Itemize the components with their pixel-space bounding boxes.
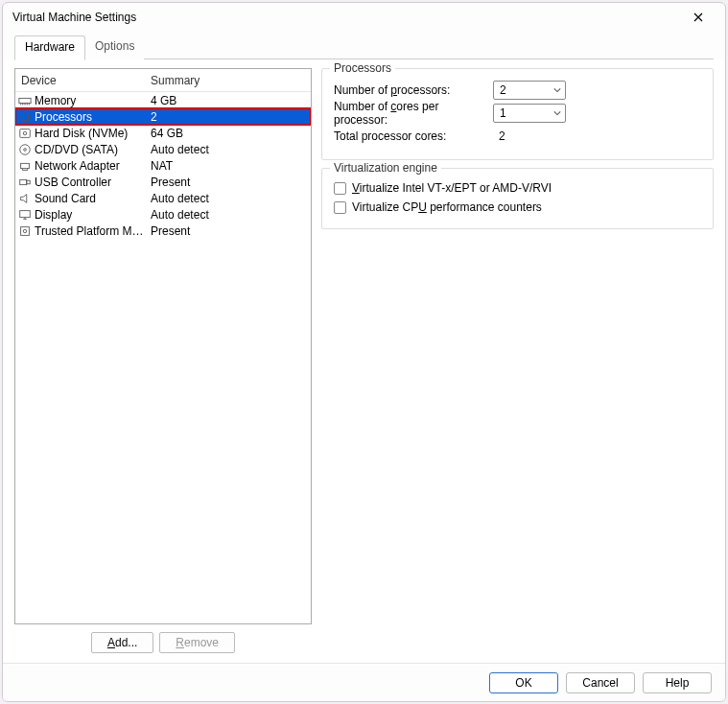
num-processors-combo[interactable]: 2 bbox=[493, 81, 566, 100]
svg-point-3 bbox=[23, 131, 27, 135]
device-summary: 64 GB bbox=[145, 127, 309, 140]
svg-rect-10 bbox=[21, 226, 30, 235]
device-row-tpm[interactable]: Trusted Platform Mo…Present bbox=[15, 223, 311, 239]
settings-window: Virtual Machine Settings Hardware Option… bbox=[2, 2, 726, 702]
vtx-checkbox[interactable] bbox=[334, 182, 346, 195]
vtx-label[interactable]: Virtualize Intel VT-x/EPT or AMD-V/RVI bbox=[352, 181, 552, 195]
dialog-footer: OK Cancel Help bbox=[3, 663, 725, 701]
list-header: Device Summary bbox=[15, 69, 311, 92]
ok-button[interactable]: OK bbox=[489, 672, 558, 693]
num-cores-label: Number of cores per processor: bbox=[334, 100, 487, 127]
svg-rect-7 bbox=[20, 179, 27, 184]
device-name: CD/DVD (SATA) bbox=[35, 143, 145, 156]
close-icon bbox=[693, 12, 703, 22]
device-summary: 2 bbox=[145, 110, 309, 124]
header-summary[interactable]: Summary bbox=[145, 70, 311, 91]
device-summary: Auto detect bbox=[145, 192, 309, 205]
tab-options[interactable]: Options bbox=[85, 35, 144, 59]
disk-icon bbox=[17, 126, 33, 141]
tpm-icon bbox=[17, 223, 33, 239]
svg-point-5 bbox=[24, 148, 27, 151]
num-cores-value: 1 bbox=[500, 106, 506, 120]
device-row-memory[interactable]: Memory4 GB bbox=[15, 92, 311, 108]
remove-button: Remove bbox=[159, 632, 235, 653]
svg-point-11 bbox=[23, 229, 27, 233]
cd-icon bbox=[17, 142, 33, 157]
svg-point-4 bbox=[20, 144, 31, 154]
window-title: Virtual Machine Settings bbox=[12, 11, 679, 24]
memory-icon bbox=[17, 93, 33, 108]
device-name: USB Controller bbox=[35, 176, 145, 189]
virtualization-group: Virtualization engine Virtualize Intel V… bbox=[321, 168, 714, 229]
chevron-down-icon bbox=[553, 86, 561, 94]
total-cores-value: 2 bbox=[493, 129, 505, 143]
add-button[interactable]: Add... bbox=[91, 632, 153, 653]
device-name: Trusted Platform Mo… bbox=[35, 224, 145, 238]
chevron-down-icon bbox=[553, 109, 561, 117]
close-button[interactable] bbox=[679, 4, 717, 31]
perf-counters-checkbox[interactable] bbox=[334, 201, 346, 214]
processors-group-title: Processors bbox=[330, 61, 395, 75]
device-summary: Present bbox=[145, 176, 309, 189]
svg-rect-6 bbox=[21, 163, 30, 168]
device-list[interactable]: Device Summary Memory4 GBProcessors2Hard… bbox=[14, 68, 312, 624]
header-device[interactable]: Device bbox=[15, 70, 145, 91]
num-processors-value: 2 bbox=[500, 83, 506, 97]
device-buttons: Add... Remove bbox=[14, 632, 312, 653]
titlebar: Virtual Machine Settings bbox=[3, 3, 725, 32]
device-row-cpu[interactable]: Processors2 bbox=[15, 108, 311, 125]
device-name: Hard Disk (NVMe) bbox=[35, 127, 145, 140]
device-row-sound[interactable]: Sound CardAuto detect bbox=[15, 190, 311, 206]
usb-icon bbox=[17, 175, 33, 190]
processors-group: Processors Number of processors: 2 Numbe… bbox=[321, 68, 714, 160]
svg-rect-2 bbox=[20, 129, 31, 137]
device-row-usb[interactable]: USB ControllerPresent bbox=[15, 174, 311, 190]
device-row-net[interactable]: Network AdapterNAT bbox=[15, 157, 311, 174]
device-summary: Present bbox=[145, 224, 309, 238]
total-cores-label: Total processor cores: bbox=[334, 129, 487, 143]
svg-rect-8 bbox=[27, 180, 31, 184]
help-button[interactable]: Help bbox=[643, 672, 712, 693]
device-name: Memory bbox=[35, 94, 145, 107]
tab-content: Device Summary Memory4 GBProcessors2Hard… bbox=[3, 59, 725, 663]
device-summary: Auto detect bbox=[145, 143, 309, 156]
device-row-disk[interactable]: Hard Disk (NVMe)64 GB bbox=[15, 125, 311, 141]
device-summary: Auto detect bbox=[145, 208, 309, 222]
svg-rect-0 bbox=[19, 98, 31, 103]
num-cores-combo[interactable]: 1 bbox=[493, 104, 566, 123]
cpu-icon bbox=[17, 109, 33, 125]
device-name: Processors bbox=[35, 110, 145, 124]
tab-hardware[interactable]: Hardware bbox=[14, 35, 85, 60]
detail-panel: Processors Number of processors: 2 Numbe… bbox=[321, 68, 714, 653]
svg-rect-1 bbox=[22, 113, 29, 120]
tab-strip: Hardware Options bbox=[3, 35, 725, 59]
perf-counters-label[interactable]: Virtualize CPU performance counters bbox=[352, 200, 542, 214]
display-icon bbox=[17, 207, 33, 223]
device-summary: 4 GB bbox=[145, 94, 309, 107]
svg-rect-9 bbox=[20, 210, 31, 217]
sound-icon bbox=[17, 191, 33, 206]
device-panel: Device Summary Memory4 GBProcessors2Hard… bbox=[14, 68, 312, 653]
device-row-display[interactable]: DisplayAuto detect bbox=[15, 206, 311, 223]
cancel-button[interactable]: Cancel bbox=[566, 672, 635, 693]
device-name: Display bbox=[35, 208, 145, 222]
virtualization-group-title: Virtualization engine bbox=[330, 161, 441, 175]
device-name: Sound Card bbox=[35, 192, 145, 205]
device-row-cd[interactable]: CD/DVD (SATA)Auto detect bbox=[15, 141, 311, 157]
num-processors-label: Number of processors: bbox=[334, 83, 487, 97]
device-name: Network Adapter bbox=[35, 159, 145, 173]
device-summary: NAT bbox=[145, 159, 309, 173]
net-icon bbox=[17, 158, 33, 174]
